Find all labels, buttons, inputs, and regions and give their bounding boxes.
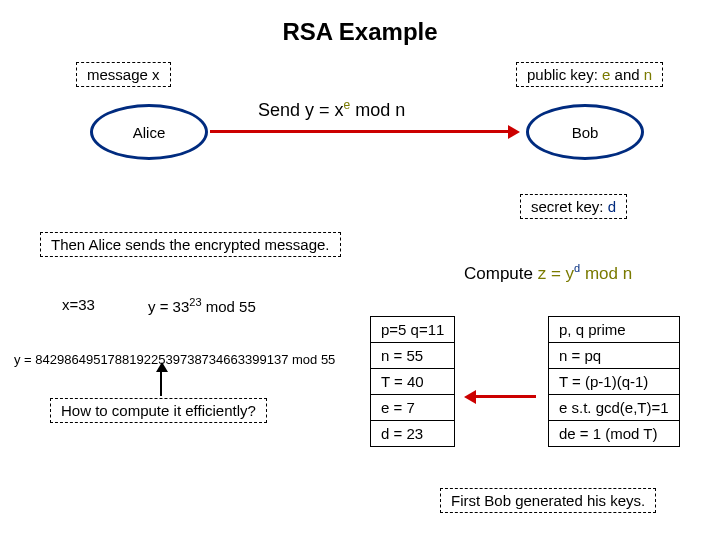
send-pre: Send y = x <box>258 100 344 120</box>
howto-box: How to compute it efficiently? <box>50 398 267 423</box>
alice-sends-text: Then Alice sends the encrypted message. <box>51 236 330 253</box>
public-key-n: n <box>644 66 652 83</box>
bob-ellipse: Bob <box>526 104 644 160</box>
public-key-label: public key: <box>527 66 598 83</box>
public-key-e: e <box>602 66 610 83</box>
y-calc-exp: 23 <box>189 296 201 308</box>
up-arrow <box>160 372 162 396</box>
send-arrow <box>210 130 510 133</box>
y-calc-pre: y = 33 <box>148 298 189 315</box>
bob-label: Bob <box>572 124 599 141</box>
page-title: RSA Example <box>0 18 720 46</box>
compute-pre: z = y <box>538 264 574 283</box>
public-key-box: public key: e and n <box>516 62 663 87</box>
alice-sends-box: Then Alice sends the encrypted message. <box>40 232 341 257</box>
lt-r1: p=5 q=11 <box>371 317 455 343</box>
message-x-label: message x <box>87 66 160 83</box>
secret-key-label: secret key: <box>531 198 604 215</box>
rt-r4: e s.t. gcd(e,T)=1 <box>549 395 680 421</box>
first-bob-text: First Bob generated his keys. <box>451 492 645 509</box>
howto-text: How to compute it efficiently? <box>61 402 256 419</box>
alice-label: Alice <box>133 124 166 141</box>
table-arrow <box>474 395 536 398</box>
send-post: mod n <box>350 100 405 120</box>
y-calc: y = 3323 mod 55 <box>148 296 256 315</box>
alice-ellipse: Alice <box>90 104 208 160</box>
rt-r2: n = pq <box>549 343 680 369</box>
lt-r5: d = 23 <box>371 421 455 447</box>
y-calc-post: mod 55 <box>202 298 256 315</box>
public-key-and: and <box>615 66 640 83</box>
left-values-table: p=5 q=11 n = 55 T = 40 e = 7 d = 23 <box>370 316 455 447</box>
rt-r1: p, q prime <box>549 317 680 343</box>
lt-r2: n = 55 <box>371 343 455 369</box>
compute-word: Compute <box>464 264 533 283</box>
compute-line: Compute z = yd mod n <box>464 262 632 284</box>
message-x-box: message x <box>76 62 171 87</box>
lt-r4: e = 7 <box>371 395 455 421</box>
y-big: y = 84298649517881922539738734663399137 … <box>14 352 335 367</box>
compute-post: mod n <box>580 264 632 283</box>
secret-key-box: secret key: d <box>520 194 627 219</box>
first-bob-box: First Bob generated his keys. <box>440 488 656 513</box>
right-values-table: p, q prime n = pq T = (p-1)(q-1) e s.t. … <box>548 316 680 447</box>
rt-r3: T = (p-1)(q-1) <box>549 369 680 395</box>
x-equals: x=33 <box>62 296 95 313</box>
secret-key-d: d <box>608 198 616 215</box>
lt-r3: T = 40 <box>371 369 455 395</box>
rt-r5: de = 1 (mod T) <box>549 421 680 447</box>
send-formula: Send y = xe mod n <box>258 98 405 121</box>
